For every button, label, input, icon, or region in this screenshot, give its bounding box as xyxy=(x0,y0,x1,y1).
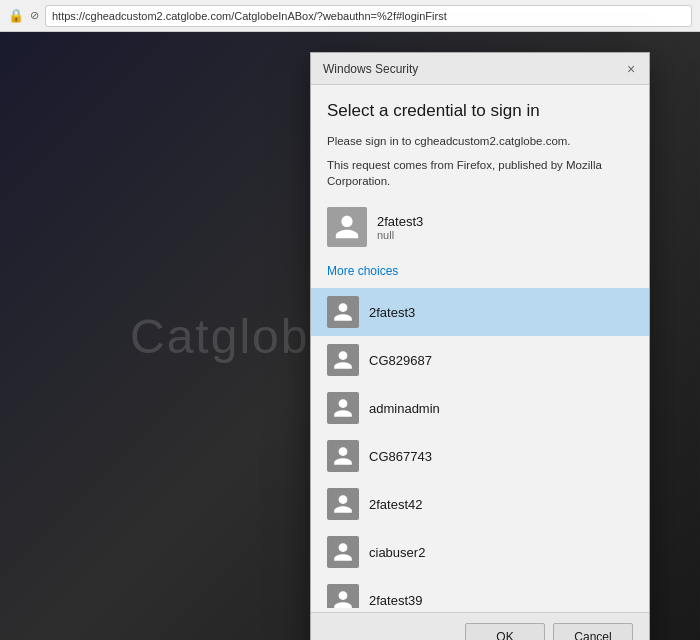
cred-item-name: 2fatest39 xyxy=(369,593,423,608)
cred-item-name: 2fatest3 xyxy=(369,305,415,320)
browser-bar: 🔒 ⊘ https://cgheadcustom2.catglobe.com/C… xyxy=(0,0,700,32)
dialog-heading: Select a credential to sign in xyxy=(327,101,633,121)
credential-item[interactable]: ciabuser2 xyxy=(311,528,649,576)
cred-item-name: CG829687 xyxy=(369,353,432,368)
cred-avatar-5 xyxy=(327,536,359,568)
cred-item-name: 2fatest42 xyxy=(369,497,423,512)
dialog-content: Select a credential to sign in Please si… xyxy=(311,85,649,608)
credential-item[interactable]: CG829687 xyxy=(311,336,649,384)
dialog-title: Windows Security xyxy=(323,62,418,76)
dialog-titlebar: Windows Security × xyxy=(311,53,649,85)
url-text: https://cgheadcustom2.catglobe.com/Catgl… xyxy=(52,10,447,22)
cancel-button[interactable]: Cancel xyxy=(553,623,633,640)
cred-avatar-1 xyxy=(327,344,359,376)
more-choices-link[interactable]: More choices xyxy=(327,264,398,282)
ok-button[interactable]: OK xyxy=(465,623,545,640)
primary-cred-name: 2fatest3 xyxy=(377,214,423,229)
primary-credential: 2fatest3 null xyxy=(327,201,633,253)
cred-avatar-4 xyxy=(327,488,359,520)
credential-item[interactable]: CG867743 xyxy=(311,432,649,480)
cred-avatar-0 xyxy=(327,296,359,328)
shield-icon: 🔒 xyxy=(8,8,24,24)
close-button[interactable]: × xyxy=(621,59,641,79)
credential-item[interactable]: 2fatest3 xyxy=(311,288,649,336)
cred-avatar-3 xyxy=(327,440,359,472)
dialog-desc1: Please sign in to cgheadcustom2.catglobe… xyxy=(327,133,633,149)
dialog-footer: OK Cancel xyxy=(311,612,649,640)
cred-avatar-2 xyxy=(327,392,359,424)
primary-cred-info: 2fatest3 null xyxy=(377,214,423,241)
page-background: Catglobe Windows Security × Select a cre… xyxy=(0,32,700,640)
primary-avatar xyxy=(327,207,367,247)
address-bar[interactable]: https://cgheadcustom2.catglobe.com/Catgl… xyxy=(45,5,692,27)
credential-item[interactable]: 2fatest42 xyxy=(311,480,649,528)
dialog-desc2: This request comes from Firefox, publish… xyxy=(327,157,633,189)
primary-cred-sub: null xyxy=(377,229,423,241)
page-watermark: Catglobe xyxy=(130,309,338,364)
credential-item[interactable]: 2fatest39 xyxy=(311,576,649,608)
cred-item-name: adminadmin xyxy=(369,401,440,416)
cred-item-name: CG867743 xyxy=(369,449,432,464)
cred-item-name: ciabuser2 xyxy=(369,545,425,560)
credential-list: 2fatest3 CG829687 adminadmin CG867743 xyxy=(311,288,649,608)
lock-indicator: ⊘ xyxy=(30,9,39,22)
windows-security-dialog: Windows Security × Select a credential t… xyxy=(310,52,650,640)
credential-item[interactable]: adminadmin xyxy=(311,384,649,432)
cred-avatar-6 xyxy=(327,584,359,608)
